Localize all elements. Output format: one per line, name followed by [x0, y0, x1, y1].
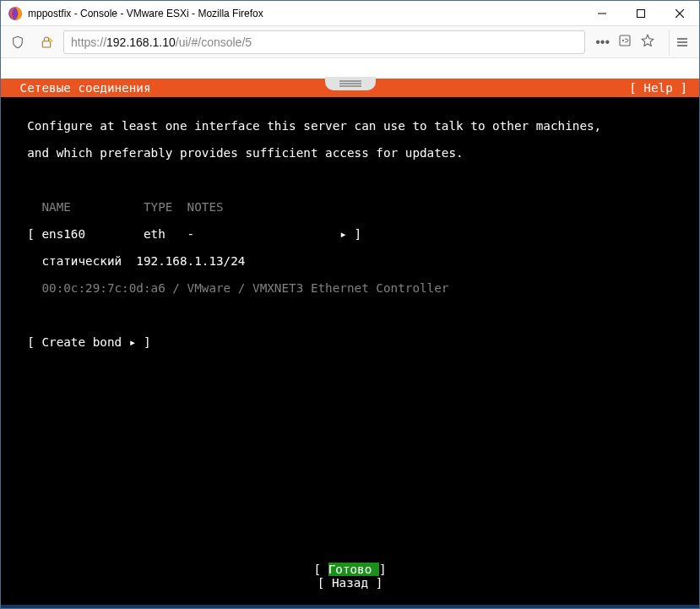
tracking-shield-icon[interactable] [6, 30, 30, 54]
interface-row[interactable]: [ ens160 eth - ▸ ] [13, 227, 687, 241]
intro-line-1: Configure at least one interface this se… [13, 119, 687, 133]
vmware-grabber-tab[interactable] [325, 77, 376, 90]
done-button[interactable]: [ Готово ] [313, 563, 386, 576]
app-menu-button[interactable] [669, 30, 694, 55]
svg-rect-5 [42, 41, 50, 46]
address-bar-row: https://192.168.1.10/ui/#/console/5 ••• [1, 26, 699, 58]
close-button[interactable] [660, 1, 699, 25]
url-protocol: https:// [71, 35, 106, 49]
lock-warning-icon[interactable] [35, 30, 58, 54]
back-button[interactable]: [ Назад ] [317, 576, 383, 590]
maximize-button[interactable] [621, 1, 660, 25]
bookmark-star-icon[interactable] [640, 33, 655, 52]
esxi-footer-strip [1, 605, 699, 609]
help-button[interactable]: [ Help ] [629, 81, 687, 95]
vm-console[interactable]: Сетевые соединения [ Help ] Configure at… [1, 79, 699, 609]
svg-point-8 [622, 40, 624, 41]
url-host: 192.168.1.10 [106, 35, 176, 49]
page-actions-icon[interactable]: ••• [595, 35, 610, 49]
installer-body: Configure at least one interface this se… [1, 97, 699, 376]
column-headers: NAME TYPE NOTES [13, 200, 687, 214]
window-titlebar: mppostfix - Console - VMware ESXi - Mozi… [1, 1, 699, 26]
window-controls [583, 1, 699, 25]
page-action-icons: ••• [590, 33, 660, 52]
installer-actions: [ Готово ] [ Назад ] [1, 563, 699, 590]
installer-title: Сетевые соединения [13, 81, 151, 95]
create-bond-button[interactable]: [ Create bond ▸ ] [13, 335, 687, 349]
reader-mode-icon[interactable] [618, 34, 632, 51]
grip-icon [339, 83, 361, 84]
intro-line-2: and which preferably provides sufficient… [13, 146, 687, 160]
firefox-icon [8, 6, 23, 21]
minimize-button[interactable] [583, 1, 621, 25]
url-input[interactable]: https://192.168.1.10/ui/#/console/5 [63, 30, 585, 54]
svg-rect-2 [638, 9, 645, 17]
interface-ip: статический 192.168.1.13/24 [13, 254, 687, 268]
window-title: mppostfix - Console - VMware ESXi - Mozi… [28, 8, 583, 19]
url-path: /ui/#/console/5 [176, 35, 252, 49]
interface-mac: 00:0c:29:7c:0d:a6 / VMware / VMXNET3 Eth… [13, 281, 687, 295]
